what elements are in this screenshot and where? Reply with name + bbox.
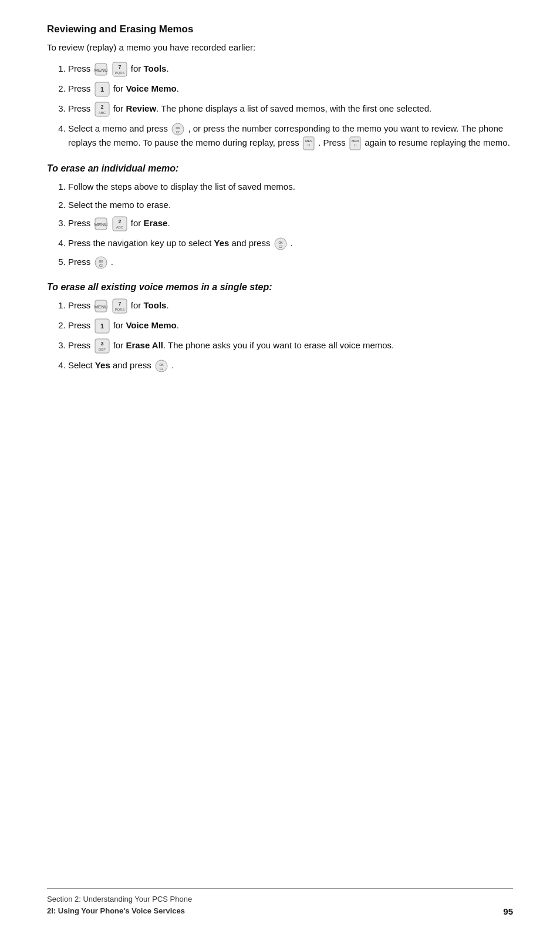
svg-text:MENU: MENU xyxy=(95,68,107,73)
erase-individual-title: To erase an individual memo: xyxy=(47,163,513,174)
tools-label: Tools xyxy=(144,63,167,73)
review-label: Review xyxy=(126,103,156,113)
svg-text:MEN: MEN xyxy=(305,139,312,143)
svg-text:PQRS: PQRS xyxy=(114,71,124,75)
review-step-2: Press 1 for Voice Memo. xyxy=(68,82,513,97)
menu-button-icon: MENU xyxy=(95,63,107,76)
review-step-3: Press 2 ABC for Review. The phone displa… xyxy=(68,102,513,117)
erase-individual-list: Follow the steps above to display the li… xyxy=(68,180,513,270)
step-suffix: . xyxy=(291,238,293,248)
svg-text:OK: OK xyxy=(176,126,181,130)
step-text: Press xyxy=(68,300,93,310)
svg-text:OK: OK xyxy=(159,363,164,367)
1-button-icon-2: 1 xyxy=(95,318,110,334)
7pqrs-button-icon: 7 PQRS xyxy=(112,62,127,77)
review-step-4: Select a memo and press OK C2 , or press… xyxy=(68,122,513,150)
ok-button-icon-4: OK C2 xyxy=(155,360,168,372)
svg-text:1: 1 xyxy=(100,86,103,93)
erase-all-step-2: Press 1 for Voice Memo. xyxy=(68,318,513,334)
svg-text:U: U xyxy=(354,143,356,147)
svg-text:2: 2 xyxy=(100,104,103,110)
1-button-icon: 1 xyxy=(95,82,110,97)
step-for-text: for Tools. xyxy=(131,63,169,73)
step-for-text: for Review. The phone displays a list of… xyxy=(113,103,432,113)
step-text: Press xyxy=(68,103,93,113)
7pqrs-button-icon-2: 7 PQRS xyxy=(112,298,127,314)
svg-text:ABC: ABC xyxy=(98,111,106,115)
3def-button-icon: 3 DEF xyxy=(95,338,110,354)
menu-button-icon-3: MEN U xyxy=(349,136,361,150)
step-suffix: . xyxy=(111,257,113,267)
svg-text:7: 7 xyxy=(118,64,121,70)
erase-ind-step-1: Follow the steps above to display the li… xyxy=(68,180,513,193)
step-text: Press xyxy=(68,340,93,350)
step-text: Press xyxy=(68,218,93,228)
step-for-text: for Erase All. The phone asks you if you… xyxy=(113,340,394,350)
svg-text:OK: OK xyxy=(99,260,103,263)
erase-all-step-4: Select Yes and press OK C2 . xyxy=(68,358,513,372)
step-for-text: for Erase. xyxy=(131,218,170,228)
footer-section: Section 2: Understanding Your PCS Phone xyxy=(47,893,192,905)
review-steps-list: Press MENU 7 PQRS for Tools. Press xyxy=(68,62,513,150)
yes-label: Yes xyxy=(214,238,229,248)
intro-text: To review (replay) a memo you have recor… xyxy=(47,41,513,55)
page-content: Reviewing and Erasing Memos To review (r… xyxy=(0,0,560,934)
svg-text:3: 3 xyxy=(100,341,103,347)
step-text: Select the memo to erase. xyxy=(68,200,171,210)
step-for-text: for Voice Memo. xyxy=(113,320,179,330)
ok-button-icon-3: OK C2 xyxy=(95,256,107,269)
menu-button-icon-5: MENU xyxy=(95,300,107,313)
svg-text:ABC: ABC xyxy=(116,226,124,229)
voice-memo-label-2: Voice Memo xyxy=(126,320,176,330)
svg-text:MEN: MEN xyxy=(352,139,359,143)
erase-all-label: Erase All xyxy=(126,340,163,350)
svg-text:OK: OK xyxy=(278,241,283,244)
ok-button-icon: OK C2 xyxy=(171,123,184,136)
step-text: Press the navigation key up to select Ye… xyxy=(68,238,273,248)
step-text: Press xyxy=(68,83,93,93)
2abc-button-icon: 2 ABC xyxy=(95,102,110,117)
svg-text:2: 2 xyxy=(118,219,121,224)
erase-ind-step-3: Press MENU 2 ABC for Erase. xyxy=(68,216,513,231)
erase-ind-step-4: Press the navigation key up to select Ye… xyxy=(68,236,513,250)
erase-ind-step-2: Select the memo to erase. xyxy=(68,198,513,211)
svg-text:C2: C2 xyxy=(176,131,180,134)
step-text: Press xyxy=(68,257,93,267)
step-text4: again to resume replaying the memo. xyxy=(365,137,510,147)
menu-button-icon-2: MEN U xyxy=(303,136,315,150)
step-suffix: . xyxy=(171,360,174,370)
svg-text:C2: C2 xyxy=(279,246,282,248)
voice-memo-label: Voice Memo xyxy=(126,83,176,93)
svg-text:U: U xyxy=(308,143,310,147)
svg-text:C2: C2 xyxy=(99,264,103,267)
footer-left: Section 2: Understanding Your PCS Phone … xyxy=(47,893,192,916)
svg-text:DEF: DEF xyxy=(99,348,106,351)
footer-page-number: 95 xyxy=(503,906,513,916)
svg-text:C2: C2 xyxy=(160,368,163,371)
svg-text:1: 1 xyxy=(100,322,103,330)
step-text: Select Yes and press xyxy=(68,360,154,370)
svg-text:MENU: MENU xyxy=(95,222,107,227)
step-text: Press xyxy=(68,63,93,73)
step-text3: . Press xyxy=(318,137,348,147)
menu-button-icon-4: MENU xyxy=(95,217,107,230)
erase-label: Erase xyxy=(144,218,168,228)
erase-all-step-1: Press MENU 7 PQRS for Tools. xyxy=(68,298,513,314)
svg-text:MENU: MENU xyxy=(95,304,107,310)
step-text: Select a memo and press xyxy=(68,123,170,133)
erase-all-list: Press MENU 7 PQRS for Tools. Press xyxy=(68,298,513,372)
step-for-text: for Tools. xyxy=(131,300,169,310)
ok-button-icon-2: OK C2 xyxy=(274,237,287,250)
2abc-button-icon-2: 2 ABC xyxy=(112,216,127,231)
tools-label-2: Tools xyxy=(144,300,167,310)
page-title: Reviewing and Erasing Memos xyxy=(47,23,513,35)
step-for-text: for Voice Memo. xyxy=(113,83,179,93)
yes-label-2: Yes xyxy=(95,360,110,370)
erase-all-title: To erase all existing voice memos in a s… xyxy=(47,282,513,293)
footer-chapter: 2I: Using Your Phone's Voice Services xyxy=(47,905,192,917)
svg-text:7: 7 xyxy=(118,301,121,307)
page-footer: Section 2: Understanding Your PCS Phone … xyxy=(47,888,513,916)
step-text: Press xyxy=(68,320,93,330)
svg-text:PQRS: PQRS xyxy=(114,308,124,311)
step-text: Follow the steps above to display the li… xyxy=(68,182,295,191)
